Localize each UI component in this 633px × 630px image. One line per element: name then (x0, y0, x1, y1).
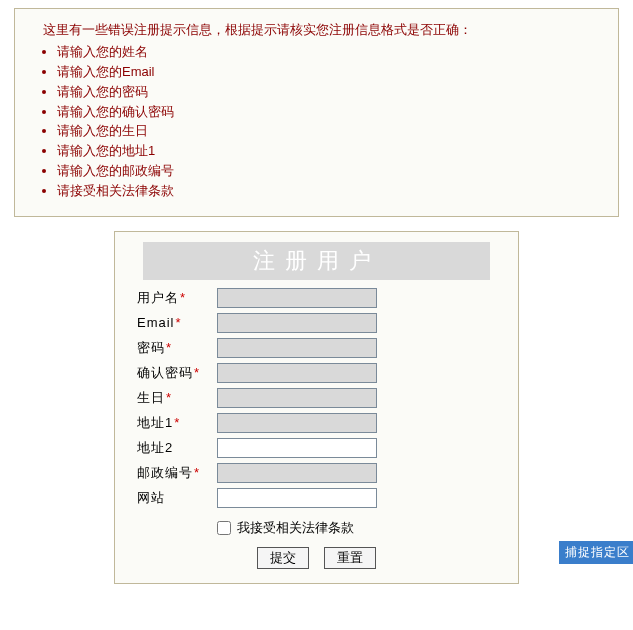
input-address2[interactable] (217, 438, 377, 458)
input-password[interactable] (217, 338, 377, 358)
row-website: 网站 (115, 488, 518, 508)
error-item: 请接受相关法律条款 (57, 182, 604, 201)
error-item: 请输入您的Email (57, 63, 604, 82)
label-address2: 地址2 (137, 439, 217, 457)
label-website: 网站 (137, 489, 217, 507)
input-confirm[interactable] (217, 363, 377, 383)
reset-button[interactable]: 重置 (324, 547, 376, 569)
row-terms: 我接受相关法律条款 (115, 513, 518, 543)
input-username[interactable] (217, 288, 377, 308)
error-panel: 这里有一些错误注册提示信息，根据提示请核实您注册信息格式是否正确： 请输入您的姓… (14, 8, 619, 217)
error-list: 请输入您的姓名 请输入您的Email 请输入您的密码 请输入您的确认密码 请输入… (29, 43, 604, 201)
form-title: 注册用户 (143, 242, 490, 280)
error-intro: 这里有一些错误注册提示信息，根据提示请核实您注册信息格式是否正确： (43, 21, 604, 39)
label-username: 用户名* (137, 289, 217, 307)
row-postal: 邮政编号* (115, 463, 518, 483)
label-birthday: 生日* (137, 389, 217, 407)
row-password: 密码* (115, 338, 518, 358)
label-password: 密码* (137, 339, 217, 357)
input-website[interactable] (217, 488, 377, 508)
register-form-panel: 注册用户 用户名* Email* 密码* 确认密码* 生日* 地址1* 地址2 … (114, 231, 519, 584)
label-address1: 地址1* (137, 414, 217, 432)
input-address1[interactable] (217, 413, 377, 433)
row-address2: 地址2 (115, 438, 518, 458)
error-item: 请输入您的姓名 (57, 43, 604, 62)
row-birthday: 生日* (115, 388, 518, 408)
input-birthday[interactable] (217, 388, 377, 408)
checkbox-terms[interactable] (217, 521, 231, 535)
row-email: Email* (115, 313, 518, 333)
error-item: 请输入您的密码 (57, 83, 604, 102)
label-terms: 我接受相关法律条款 (237, 519, 354, 537)
label-postal: 邮政编号* (137, 464, 217, 482)
button-row: 提交 重置 (115, 543, 518, 569)
input-postal[interactable] (217, 463, 377, 483)
row-address1: 地址1* (115, 413, 518, 433)
row-confirm: 确认密码* (115, 363, 518, 383)
label-confirm: 确认密码* (137, 364, 217, 382)
label-email: Email* (137, 315, 217, 330)
capture-tag[interactable]: 捕捉指定区 (559, 541, 633, 564)
error-item: 请输入您的确认密码 (57, 103, 604, 122)
error-item: 请输入您的生日 (57, 122, 604, 141)
error-item: 请输入您的邮政编号 (57, 162, 604, 181)
submit-button[interactable]: 提交 (257, 547, 309, 569)
row-username: 用户名* (115, 288, 518, 308)
error-item: 请输入您的地址1 (57, 142, 604, 161)
input-email[interactable] (217, 313, 377, 333)
